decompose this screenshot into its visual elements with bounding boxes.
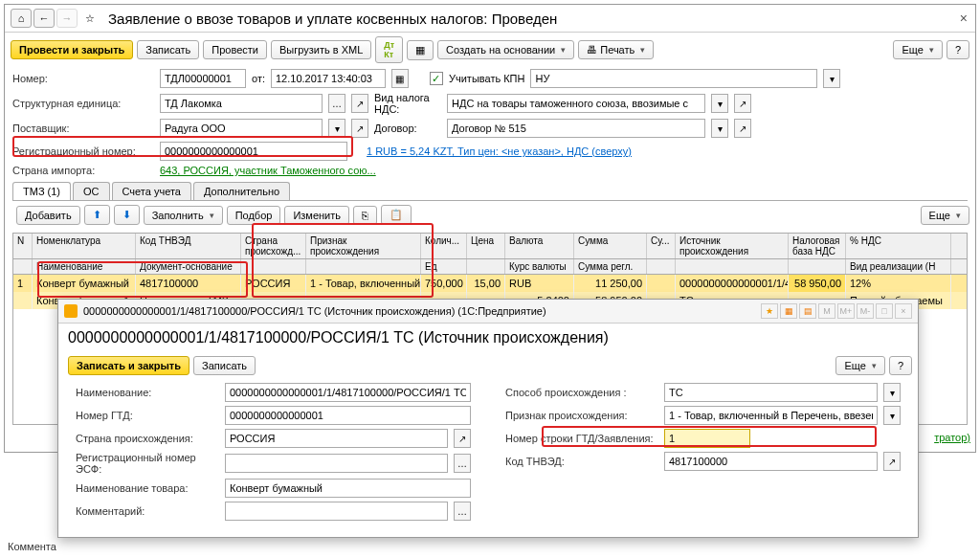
report-button[interactable]: ▦ bbox=[407, 40, 434, 60]
col-n[interactable]: N bbox=[13, 234, 33, 258]
kpn-input[interactable] bbox=[530, 69, 817, 88]
dialog-write[interactable]: Записать bbox=[193, 356, 256, 375]
supplier-input[interactable] bbox=[160, 119, 323, 138]
d-comment-input[interactable] bbox=[225, 502, 448, 521]
fill-button[interactable]: Заполнить bbox=[144, 206, 223, 225]
mplus-icon[interactable]: M+ bbox=[837, 303, 855, 319]
dialog-more[interactable]: Еще bbox=[835, 356, 884, 375]
number-input[interactable] bbox=[160, 69, 246, 88]
home-button[interactable]: ⌂ bbox=[11, 9, 32, 28]
copy-button[interactable]: ⎘ bbox=[353, 206, 377, 225]
supplier-open[interactable]: ↗ bbox=[351, 119, 368, 138]
write-button[interactable]: Записать bbox=[137, 40, 199, 59]
d-method-label: Способ происхождения : bbox=[505, 387, 658, 398]
table-row[interactable]: 1 Конверт бумажный 4817100000 РОССИЯ 1 -… bbox=[13, 275, 967, 292]
col-src[interactable]: Источник происхождения bbox=[676, 234, 789, 258]
post-button[interactable]: Провести bbox=[203, 40, 267, 59]
vat-open[interactable]: ↗ bbox=[734, 94, 751, 113]
calc-icon[interactable]: ▤ bbox=[799, 303, 816, 319]
d-comment-select[interactable]: … bbox=[454, 502, 471, 521]
d-line-input[interactable] bbox=[664, 429, 750, 448]
mminus-icon[interactable]: M- bbox=[857, 303, 874, 319]
dtkt-button[interactable]: ДтКт bbox=[375, 36, 403, 63]
d-esf-input[interactable] bbox=[225, 454, 448, 473]
close-button[interactable]: × bbox=[960, 11, 968, 26]
d-esf-select[interactable]: … bbox=[454, 454, 471, 473]
kpn-checkbox[interactable]: ✓ bbox=[430, 72, 443, 85]
supplier-dropdown[interactable]: ▾ bbox=[328, 119, 345, 138]
kpn-dropdown[interactable]: ▾ bbox=[823, 69, 840, 88]
export-xml-button[interactable]: Выгрузить в XML bbox=[271, 40, 371, 59]
post-and-close-button[interactable]: Провести и закрыть bbox=[11, 40, 133, 59]
col-taxbase[interactable]: Налоговая база НДС bbox=[789, 234, 846, 258]
calendar-icon[interactable]: ▦ bbox=[391, 69, 409, 88]
col-tnved[interactable]: Код ТНВЭД bbox=[136, 234, 241, 258]
col-doc[interactable]: Документ-основание bbox=[136, 259, 241, 274]
d-name-input[interactable] bbox=[225, 383, 471, 402]
d-country-open[interactable]: ↗ bbox=[454, 429, 471, 448]
d-feature-input[interactable] bbox=[664, 406, 878, 425]
user-link[interactable]: тратор) bbox=[934, 432, 970, 443]
create-based-button[interactable]: Создать на основании bbox=[437, 40, 574, 59]
col-ed[interactable]: Ед bbox=[421, 259, 467, 274]
col-nomen[interactable]: Номенклатура bbox=[33, 234, 136, 258]
forward-button[interactable]: → bbox=[56, 9, 78, 28]
d-gtd-input[interactable] bbox=[225, 406, 471, 425]
more-button[interactable]: Еще bbox=[893, 40, 942, 59]
favorite-button[interactable]: ☆ bbox=[79, 9, 100, 28]
back-button[interactable]: ← bbox=[33, 9, 55, 28]
col-saletype[interactable]: Вид реализации (Н bbox=[846, 259, 951, 274]
move-down-button[interactable]: ⬇ bbox=[114, 205, 140, 225]
tab-tmz[interactable]: ТМЗ (1) bbox=[12, 182, 71, 200]
add-row-button[interactable]: Добавить bbox=[16, 206, 80, 225]
move-up-button[interactable]: ⬆ bbox=[84, 205, 110, 225]
print-button[interactable]: 🖶 Печать bbox=[578, 40, 654, 59]
m-icon[interactable]: M bbox=[818, 303, 835, 319]
col-qty[interactable]: Колич... bbox=[421, 234, 467, 258]
d-method-input[interactable] bbox=[664, 383, 878, 402]
col-sumreg[interactable]: Сумма регл. bbox=[574, 259, 647, 274]
col-rate[interactable]: Курс валюты bbox=[505, 259, 574, 274]
contract-dropdown[interactable]: ▾ bbox=[711, 119, 728, 138]
d-method-drop[interactable]: ▾ bbox=[883, 383, 901, 402]
pick-button[interactable]: Подбор bbox=[227, 206, 281, 225]
vat-type-input[interactable] bbox=[447, 94, 705, 113]
d-country-input[interactable] bbox=[225, 429, 448, 448]
tab-os[interactable]: ОС bbox=[73, 182, 110, 200]
titlebar: ⌂ ← → ☆ Заявление о ввозе товаров и упла… bbox=[5, 5, 975, 33]
d-tnved-open[interactable]: ↗ bbox=[883, 452, 901, 471]
paste-button[interactable]: 📋 bbox=[381, 205, 412, 225]
col-country[interactable]: Страна происхожд... bbox=[241, 234, 306, 258]
col-feature[interactable]: Признак происхождения bbox=[306, 234, 421, 258]
d-goods-input[interactable] bbox=[225, 479, 471, 498]
col-su[interactable]: Су... bbox=[647, 234, 676, 258]
dialog-help[interactable]: ? bbox=[889, 356, 912, 375]
col-sum[interactable]: Сумма bbox=[574, 234, 647, 258]
help-button[interactable]: ? bbox=[947, 40, 969, 59]
tool-icon[interactable]: ▦ bbox=[780, 303, 797, 319]
grid-more-button[interactable]: Еще bbox=[921, 206, 969, 225]
dialog-close[interactable]: × bbox=[895, 303, 912, 319]
col-price[interactable]: Цена bbox=[467, 234, 505, 258]
import-country-link[interactable]: 643, РОССИЯ, участник Таможенного сою... bbox=[160, 165, 376, 176]
col-name2[interactable]: Наименование bbox=[33, 259, 136, 274]
rate-link[interactable]: 1 RUB = 5,24 KZT, Тип цен: <не указан>, … bbox=[367, 145, 632, 157]
org-open[interactable]: ↗ bbox=[351, 94, 368, 113]
org-select[interactable]: … bbox=[328, 94, 345, 113]
col-vatpct[interactable]: % НДС bbox=[846, 234, 951, 258]
tab-additional[interactable]: Дополнительно bbox=[193, 182, 290, 200]
col-currency[interactable]: Валюта bbox=[505, 234, 574, 258]
org-input[interactable] bbox=[160, 94, 323, 113]
fav-icon[interactable]: ★ bbox=[761, 303, 778, 319]
contract-open[interactable]: ↗ bbox=[734, 119, 751, 138]
dialog-restore[interactable]: □ bbox=[876, 303, 893, 319]
d-tnved-input[interactable] bbox=[664, 452, 878, 471]
reg-input[interactable] bbox=[160, 142, 347, 161]
dialog-write-close[interactable]: Записать и закрыть bbox=[68, 356, 189, 375]
date-input[interactable] bbox=[271, 69, 386, 88]
d-feature-drop[interactable]: ▾ bbox=[883, 406, 901, 425]
vat-dropdown[interactable]: ▾ bbox=[711, 94, 728, 113]
edit-button[interactable]: Изменить bbox=[284, 206, 349, 225]
contract-input[interactable] bbox=[447, 119, 705, 138]
tab-accounts[interactable]: Счета учета bbox=[112, 182, 191, 200]
